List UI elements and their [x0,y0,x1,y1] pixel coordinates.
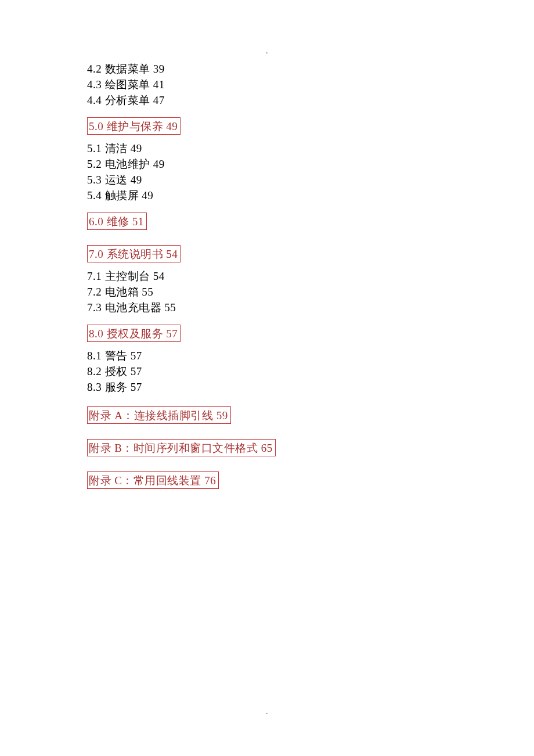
toc-entry: 7.2 电池箱 55 [87,284,476,300]
appendix-a: 附录 A：连接线插脚引线 59 [87,396,476,429]
toc-entry: 4.3 绘图菜单 41 [87,77,476,92]
toc-entry: 8.2 授权 57 [87,363,476,379]
page-marker-top: . [266,46,268,56]
toc-entry: 5.2 电池维护 49 [87,156,476,172]
appendix-heading-c: 附录 C：常用回线装置 76 [87,471,219,489]
toc-entry: 5.3 运送 49 [87,172,476,188]
section-heading-7: 7.0 系统说明书 54 [87,245,181,262]
section-7: 7.0 系统说明书 54 7.1 主控制台 54 7.2 电池箱 55 7.3 … [87,237,476,315]
toc-entry: 4.2 数据菜单 39 [87,61,476,77]
section-heading-6: 6.0 维修 51 [87,213,147,230]
appendix-c: 附录 C：常用回线装置 76 [87,461,476,494]
page-marker-bottom: . [266,707,268,717]
toc-entry: 4.4 分析菜单 47 [87,92,476,108]
section-8: 8.0 授权及服务 57 8.1 警告 57 8.2 授权 57 8.3 服务 … [87,316,476,395]
toc-entry: 5.4 触摸屏 49 [87,188,476,203]
toc-page: 4.2 数据菜单 39 4.3 绘图菜单 41 4.4 分析菜单 47 5.0 … [0,0,534,494]
toc-entry: 8.3 服务 57 [87,379,476,395]
section-6: 6.0 维修 51 [87,204,476,236]
section-5: 5.0 维护与保养 49 5.1 清洁 49 5.2 电池维护 49 5.3 运… [87,109,476,203]
section-heading-5: 5.0 维护与保养 49 [87,117,181,135]
section-heading-8: 8.0 授权及服务 57 [87,325,181,342]
appendix-heading-a: 附录 A：连接线插脚引线 59 [87,406,231,424]
appendix-b: 附录 B：时间序列和窗口文件格式 65 [87,429,476,461]
toc-entry: 7.3 电池充电器 55 [87,300,476,315]
toc-entry: 8.1 警告 57 [87,348,476,363]
appendix-heading-b: 附录 B：时间序列和窗口文件格式 65 [87,439,276,456]
section-4-items: 4.2 数据菜单 39 4.3 绘图菜单 41 4.4 分析菜单 47 [87,61,476,108]
toc-entry: 7.1 主控制台 54 [87,268,476,284]
toc-entry: 5.1 清洁 49 [87,141,476,156]
